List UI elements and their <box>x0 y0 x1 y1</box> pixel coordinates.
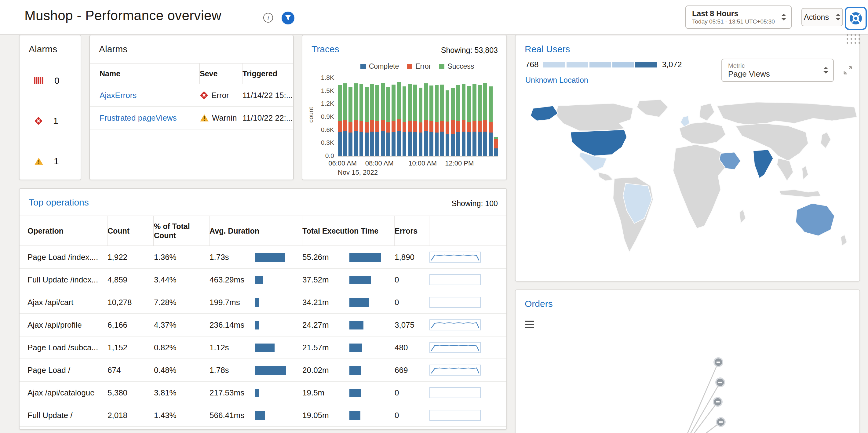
trace-bar[interactable] <box>435 85 439 156</box>
legend-item-success[interactable]: Success <box>439 62 474 70</box>
trace-bar[interactable] <box>472 84 476 156</box>
operation-name: Ajax /api/cart <box>28 298 107 307</box>
trace-bar[interactable] <box>343 83 347 156</box>
trace-bar[interactable] <box>489 86 493 156</box>
errors-sparkline-empty <box>429 297 481 308</box>
warning-count: 1 <box>54 156 59 166</box>
traces-title-link[interactable]: Traces <box>312 44 339 54</box>
time-range-label: Last 8 Hours <box>692 9 778 18</box>
operation-row[interactable]: Page Load /6740.48%1.78s20.02m669 <box>20 359 506 382</box>
map-central-asia <box>736 123 808 161</box>
alarms-table-title: Alarms <box>99 44 127 54</box>
alarm-name-link[interactable]: AjaxErrors <box>99 91 200 100</box>
operation-avg-duration: 1.73s <box>210 252 302 262</box>
trace-bar[interactable] <box>397 82 401 156</box>
trace-bar[interactable] <box>462 84 466 156</box>
trace-bar[interactable] <box>392 85 396 156</box>
error-alarms-row[interactable]: 1 <box>34 115 58 127</box>
help-buoy-icon <box>848 11 863 26</box>
time-range-select[interactable]: Last 8 Hours Today 05:51 - 13:51 UTC+05:… <box>685 5 792 29</box>
column-header-count[interactable]: Count <box>107 216 154 246</box>
operation-total-exec: 21.57m <box>302 343 395 353</box>
orders-topology-graph[interactable] <box>516 290 860 433</box>
trace-bar[interactable] <box>483 83 487 156</box>
operation-row[interactable]: Page Load /subca...1,1520.82%1.12s21.57m… <box>20 337 506 359</box>
column-header-errors[interactable]: Errors <box>395 216 429 246</box>
operation-row[interactable]: Full Update /2,0181.43%566.41ms19.05m0 <box>20 404 506 427</box>
legend-item-complete[interactable]: Complete <box>361 62 399 70</box>
alarms-table-header: Name Seve Triggered <box>90 63 293 84</box>
trace-bar[interactable] <box>348 87 352 156</box>
y-tick-label: 0.6K <box>321 126 334 133</box>
operation-errors: 0 <box>395 388 429 398</box>
column-header-triggered[interactable]: Triggered <box>243 63 293 84</box>
info-icon[interactable]: i <box>263 13 273 23</box>
trace-bar[interactable] <box>424 83 428 156</box>
operation-row[interactable]: Ajax /api/cart10,2787.28%199.7ms34.21m0 <box>20 291 506 314</box>
alarm-severity: Error <box>211 91 229 100</box>
trace-bar[interactable] <box>413 85 417 156</box>
help-widget-button[interactable] <box>845 7 867 30</box>
trace-bar[interactable] <box>456 85 460 156</box>
column-header-operation[interactable]: Operation <box>28 216 107 246</box>
alarm-row[interactable]: Frustrated pageViewsWarnin11/10/22 22:..… <box>90 107 293 129</box>
traces-chart-bars[interactable] <box>338 78 498 157</box>
trace-bar[interactable] <box>338 85 342 156</box>
operation-count: 4,859 <box>107 275 154 285</box>
operation-row[interactable]: Ajax /api/catalogue5,3803.81%217.53ms19.… <box>20 382 506 404</box>
filter-icon[interactable] <box>282 11 294 24</box>
trace-bar[interactable] <box>370 84 374 156</box>
operation-sparkline-cell <box>429 365 503 376</box>
trace-bar[interactable] <box>451 88 455 156</box>
critical-icon <box>34 76 44 85</box>
trace-bar[interactable] <box>440 85 444 156</box>
alarm-row[interactable]: AjaxErrorsError11/14/22 15:... <box>90 84 293 107</box>
expand-icon[interactable] <box>840 63 855 78</box>
unknown-location-link[interactable]: Unknown Location <box>525 76 588 85</box>
trace-bar[interactable] <box>478 85 482 156</box>
menu-icon[interactable] <box>525 321 534 328</box>
trace-bar[interactable] <box>429 86 433 156</box>
world-map[interactable] <box>519 98 857 255</box>
errors-sparkline <box>429 342 481 353</box>
alarm-name-link[interactable]: Frustrated pageViews <box>99 113 200 123</box>
x-tick-label: 06:00 AM <box>328 159 357 167</box>
operation-sparkline-cell <box>429 297 503 308</box>
operation-row[interactable]: Ajax /api/profile6,1664.37%236.14ms24.27… <box>20 314 506 337</box>
trace-bar[interactable] <box>419 88 423 156</box>
trace-bar[interactable] <box>386 87 390 156</box>
warning-alarms-row[interactable]: 1 <box>34 155 59 167</box>
operation-avg-duration: 217.53ms <box>210 388 302 398</box>
legend-item-error[interactable]: Error <box>407 62 431 70</box>
actions-button[interactable]: Actions <box>801 8 843 26</box>
alarms-table-card: Alarms Name Seve Triggered AjaxErrorsErr… <box>89 35 294 180</box>
trace-bar[interactable] <box>403 86 406 156</box>
orders-title-link[interactable]: Orders <box>525 299 553 309</box>
column-header-pct[interactable]: % of Total Count <box>154 216 210 246</box>
map-australia <box>796 204 834 236</box>
trace-bar[interactable] <box>381 83 385 156</box>
top-operations-title-link[interactable]: Top operations <box>29 197 89 208</box>
critical-alarms-row[interactable]: 0 <box>34 74 60 87</box>
metric-select[interactable]: Metric Page Views <box>721 59 834 82</box>
trace-bar[interactable] <box>375 85 379 156</box>
trace-bar[interactable] <box>360 84 364 156</box>
trace-bar[interactable] <box>354 83 358 156</box>
map-southeast-asia <box>777 158 793 181</box>
column-header-name[interactable]: Name <box>99 63 200 84</box>
widget-drag-handle[interactable] <box>847 34 860 44</box>
trace-bar[interactable] <box>467 86 471 156</box>
operation-row[interactable]: Page Load /index....1,9221.36%1.73s55.26… <box>20 246 506 269</box>
real-users-title-link[interactable]: Real Users <box>525 44 570 54</box>
column-header-avg-duration[interactable]: Avg. Duration <box>210 216 302 246</box>
trace-bar[interactable] <box>445 90 450 156</box>
y-tick-label: 0.9K <box>321 113 334 120</box>
trace-bar[interactable] <box>494 137 498 156</box>
y-tick-label: 1.2K <box>321 100 334 107</box>
trace-bar[interactable] <box>365 87 369 156</box>
column-header-total-exec[interactable]: Total Execution Time <box>302 216 395 246</box>
column-header-severity[interactable]: Seve <box>200 63 243 84</box>
trace-bar[interactable] <box>408 84 412 156</box>
operation-row[interactable]: Full Update /index...4,8593.44%463.29ms3… <box>20 269 506 291</box>
alarm-triggered: 11/14/22 15:... <box>243 91 293 100</box>
